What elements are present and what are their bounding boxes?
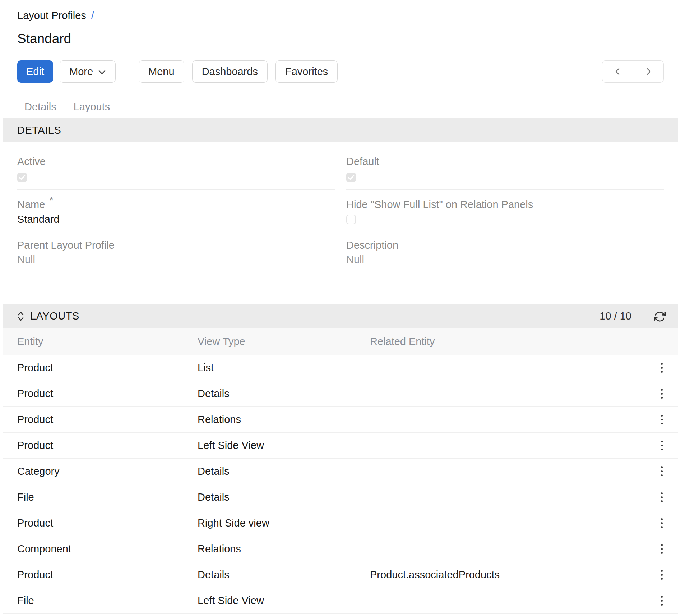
details-panel-header: DETAILS [3,118,678,142]
name-value: Standard [17,213,335,230]
cell-related-entity: Product.associatedProducts [370,569,651,581]
page-container: Layout Profiles/ Standard Edit More Menu… [3,0,678,616]
table-row: Category Details [3,459,678,484]
check-icon [347,174,355,181]
layouts-count: 10 / 10 [599,310,631,322]
cell-view-type: Details [198,388,370,400]
row-menu-button[interactable] [656,386,668,401]
row-menu-button[interactable] [656,438,668,453]
tab-details[interactable]: Details [24,101,56,113]
cell-entity: Product [17,388,198,400]
table-row: Product Details [3,381,678,407]
table-row: Product Relations [3,407,678,433]
cell-view-type: List [198,362,370,374]
cell-view-type: Relations [198,543,370,555]
toolbar: Edit More Menu Dashboards Favorites [17,60,664,83]
table-row: Product Details Product.associatedProduc… [3,562,678,588]
row-menu-button[interactable] [656,464,668,479]
cell-entity: Product [17,569,198,581]
check-icon [18,174,26,181]
more-button[interactable]: More [60,60,116,83]
table-row: File Left Side View [3,588,678,614]
chevron-expand-icon [17,311,24,322]
row-menu-button[interactable] [656,515,668,531]
previous-record-button[interactable] [602,60,633,83]
cell-entity: Product [17,414,198,426]
layouts-panel-title: LAYOUTS [30,310,79,322]
layouts-table-header: Entity View Type Related Entity [3,328,678,355]
page-title: Standard [17,31,664,47]
favorites-button[interactable]: Favorites [275,60,338,83]
edit-button[interactable]: Edit [17,60,53,83]
cell-view-type: Details [198,465,370,477]
next-record-button[interactable] [633,60,664,83]
breadcrumb: Layout Profiles/ [17,9,664,22]
row-menu-button[interactable] [656,593,668,608]
column-header-related-entity: Related Entity [370,336,651,348]
kebab-menu-icon [661,544,663,546]
field-name: Name* Standard [17,198,335,230]
row-menu-button[interactable] [656,412,668,427]
kebab-menu-icon [661,492,663,494]
active-checkbox[interactable] [17,173,27,182]
cell-view-type: Details [198,569,370,581]
chevron-left-icon [613,67,622,76]
row-menu-button[interactable] [656,541,668,557]
cell-entity: Product [17,517,198,529]
table-row: File Details [3,484,678,510]
more-button-label: More [69,66,93,78]
field-label-parent-layout-profile: Parent Layout Profile [17,239,335,251]
row-menu-button[interactable] [656,567,668,583]
record-pagination [602,60,664,83]
hide-show-full-list-checkbox[interactable] [346,215,356,224]
breadcrumb-link[interactable]: Layout Profiles [17,10,86,21]
refresh-button[interactable] [641,304,678,328]
column-header-entity: Entity [17,336,198,348]
chevron-right-icon [644,67,653,76]
field-label-hide-show-full-list: Hide "Show Full List" on Relation Panels [346,198,664,211]
details-fields: Active Default Name* Standard Hide "Show… [17,142,664,304]
cell-entity: Product [17,440,198,451]
chevron-down-icon [98,70,106,75]
required-asterisk: * [49,194,54,206]
cell-entity: File [17,595,198,607]
kebab-menu-icon [661,596,663,598]
table-row: Product Left Side View [3,433,678,459]
field-description: Description Null [346,239,664,272]
row-menu-button[interactable] [656,360,668,376]
cell-entity: File [17,491,198,503]
page-header: Layout Profiles/ Standard Edit More Menu… [3,0,678,113]
kebab-menu-icon [661,570,663,572]
record-tabs: Details Layouts [17,101,664,113]
kebab-menu-icon [661,415,663,417]
refresh-icon [654,310,666,322]
kebab-menu-icon [661,518,663,520]
cell-view-type: Details [198,491,370,503]
breadcrumb-separator: / [91,10,94,21]
cell-view-type: Left Side View [198,440,370,451]
cell-view-type: Left Side View [198,595,370,607]
dashboards-button[interactable]: Dashboards [192,60,268,83]
menu-button[interactable]: Menu [139,60,184,83]
cell-entity: Category [17,465,198,477]
row-menu-button[interactable] [656,489,668,505]
default-checkbox[interactable] [346,173,356,182]
field-default: Default [346,155,664,190]
cell-view-type: Relations [198,414,370,426]
parent-layout-profile-value: Null [17,253,335,272]
field-label-default: Default [346,155,664,167]
field-active: Active [17,155,335,190]
field-parent-layout-profile: Parent Layout Profile Null [17,239,335,272]
kebab-menu-icon [661,441,663,442]
tab-layouts[interactable]: Layouts [74,101,110,113]
layouts-table-body: Product List Product Details Product Rel… [3,355,678,614]
table-row: Product Right Side view [3,510,678,536]
layouts-panel-controls: 10 / 10 [599,304,678,328]
collapse-panel-button[interactable] [17,311,24,322]
table-row: Component Relations [3,536,678,562]
field-label-description: Description [346,239,664,251]
cell-view-type: Right Side view [198,517,370,529]
column-header-view-type: View Type [198,336,370,348]
description-value: Null [346,253,664,272]
cell-entity: Product [17,362,198,374]
